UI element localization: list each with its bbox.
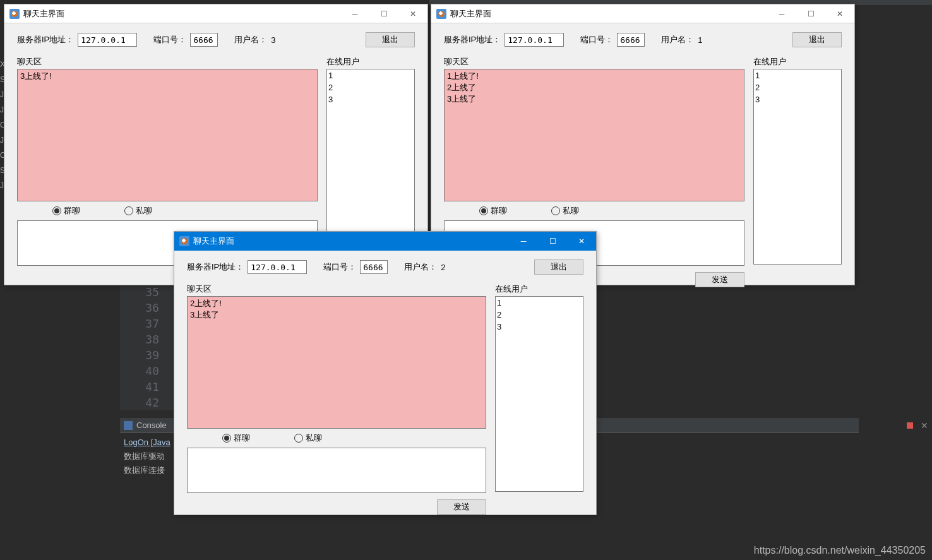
- window-title: 聊天主界面: [193, 235, 237, 247]
- titlebar[interactable]: 聊天主界面 ─ ☐ ✕: [431, 4, 854, 23]
- list-item[interactable]: 1: [755, 69, 840, 81]
- minimize-button[interactable]: ─: [340, 4, 369, 23]
- radio-icon: [479, 206, 488, 215]
- console-tab-label: Console: [136, 420, 167, 430]
- online-users-label: 在线用户: [753, 56, 842, 68]
- window-title: 聊天主界面: [23, 8, 67, 20]
- username-value: 1: [698, 35, 702, 45]
- radio-label: 私聊: [136, 205, 152, 217]
- maximize-button[interactable]: ☐: [796, 4, 825, 23]
- list-item[interactable]: 2: [755, 81, 840, 93]
- online-users-label: 在线用户: [326, 56, 415, 68]
- radio-icon: [551, 206, 560, 215]
- chat-area-label: 聊天区: [17, 56, 318, 68]
- chat-area-label: 聊天区: [444, 56, 744, 68]
- username-label: 用户名：: [661, 34, 694, 45]
- radio-label: 群聊: [491, 205, 507, 217]
- maximize-button[interactable]: ☐: [369, 4, 398, 23]
- radio-label: 群聊: [64, 205, 80, 217]
- port-label: 端口号：: [580, 34, 613, 45]
- group-chat-radio[interactable]: 群聊: [222, 432, 250, 444]
- stop-icon[interactable]: [907, 422, 913, 429]
- private-chat-radio[interactable]: 私聊: [294, 432, 322, 444]
- close-button[interactable]: ✕: [567, 232, 596, 251]
- list-item[interactable]: 2: [328, 81, 413, 93]
- message-input[interactable]: [187, 448, 486, 493]
- console-line: 数据库驱动: [124, 451, 165, 461]
- server-ip-input[interactable]: [248, 260, 307, 274]
- window-title: 聊天主界面: [450, 8, 494, 20]
- java-icon: [179, 236, 189, 246]
- port-input[interactable]: [190, 33, 218, 47]
- radio-label: 私聊: [306, 432, 322, 444]
- send-button[interactable]: 发送: [437, 499, 486, 515]
- list-item[interactable]: 3: [328, 93, 413, 105]
- console-launch[interactable]: LogOn [Java: [124, 438, 170, 447]
- server-ip-input[interactable]: [78, 33, 137, 47]
- java-icon: [436, 9, 446, 19]
- close-button[interactable]: ✕: [825, 4, 854, 23]
- exit-button[interactable]: 退出: [792, 32, 842, 47]
- chat-area[interactable]: 1上线了! 2上线了 3上线了: [444, 69, 744, 201]
- server-ip-label: 服务器IP地址：: [17, 34, 74, 45]
- port-label: 端口号：: [153, 34, 186, 45]
- chat-area[interactable]: 2上线了! 3上线了: [187, 296, 486, 429]
- chat-area[interactable]: 3上线了!: [17, 69, 318, 201]
- username-value: 2: [441, 263, 445, 272]
- console-line: 数据库连接: [124, 465, 165, 475]
- username-label: 用户名：: [234, 34, 267, 45]
- close-icon[interactable]: ✕: [921, 420, 928, 431]
- list-item[interactable]: 2: [497, 309, 582, 321]
- username-value: 3: [271, 35, 275, 45]
- server-ip-input[interactable]: [505, 33, 564, 47]
- online-user-list[interactable]: 1 2 3: [495, 296, 583, 492]
- radio-icon: [124, 206, 133, 215]
- radio-label: 群聊: [234, 432, 250, 444]
- port-input[interactable]: [617, 33, 645, 47]
- titlebar[interactable]: 聊天主界面 ─ ☐ ✕: [174, 232, 596, 251]
- private-chat-radio[interactable]: 私聊: [124, 205, 152, 217]
- list-item[interactable]: 1: [497, 297, 582, 309]
- console-toolbar: ✕: [907, 420, 928, 431]
- titlebar[interactable]: 聊天主界面 ─ ☐ ✕: [4, 4, 427, 23]
- chat-area-label: 聊天区: [187, 283, 486, 295]
- server-ip-label: 服务器IP地址：: [187, 261, 244, 273]
- server-ip-label: 服务器IP地址：: [444, 34, 501, 45]
- online-user-list[interactable]: 1 2 3: [753, 69, 842, 265]
- watermark: https://blog.csdn.net/weixin_44350205: [754, 545, 926, 556]
- radio-icon: [294, 434, 303, 443]
- group-chat-radio[interactable]: 群聊: [52, 205, 80, 217]
- list-item[interactable]: 3: [755, 93, 840, 105]
- minimize-button[interactable]: ─: [767, 4, 796, 23]
- list-item[interactable]: 3: [497, 321, 582, 333]
- console-icon: [124, 421, 133, 430]
- radio-icon: [222, 434, 231, 443]
- group-chat-radio[interactable]: 群聊: [479, 205, 507, 217]
- chat-window-2: 聊天主界面 ─ ☐ ✕ 服务器IP地址： 端口号： 用户名： 2 退出 聊天区 …: [174, 231, 597, 515]
- port-label: 端口号：: [323, 261, 356, 273]
- exit-button[interactable]: 退出: [366, 32, 415, 47]
- close-button[interactable]: ✕: [398, 4, 427, 23]
- private-chat-radio[interactable]: 私聊: [551, 205, 579, 217]
- list-item[interactable]: 1: [328, 69, 413, 81]
- radio-icon: [52, 206, 61, 215]
- radio-label: 私聊: [563, 205, 579, 217]
- editor-gutter: 35 36 37 38 39 40 41 42: [120, 284, 177, 410]
- port-input[interactable]: [360, 260, 388, 274]
- online-users-label: 在线用户: [495, 283, 583, 295]
- minimize-button[interactable]: ─: [509, 232, 538, 251]
- username-label: 用户名：: [404, 261, 437, 273]
- exit-button[interactable]: 退出: [534, 259, 583, 275]
- java-icon: [9, 9, 20, 19]
- send-button[interactable]: 发送: [695, 272, 744, 287]
- maximize-button[interactable]: ☐: [538, 232, 567, 251]
